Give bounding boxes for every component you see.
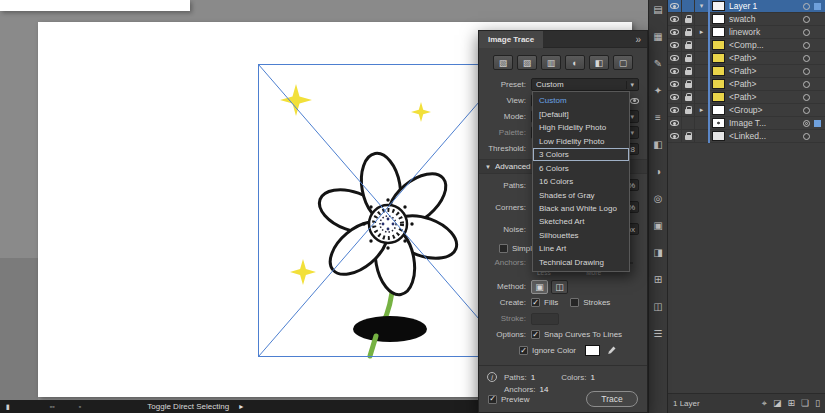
preset-low-color-icon[interactable]: ▥ [541,55,561,70]
preset-menu-item[interactable]: Shades of Gray [533,188,629,201]
transparency-panel-icon[interactable]: ◑ [655,165,661,179]
status-marker-icon[interactable]: ▮ [6,400,10,413]
layer-row[interactable]: Image T... [668,117,825,130]
fills-checkbox[interactable] [531,298,540,307]
expand-toggle[interactable] [695,0,708,12]
layer-thumbnail[interactable] [712,79,725,89]
gradient-panel-icon[interactable]: ◧ [653,138,662,152]
selection-indicator[interactable] [814,29,821,36]
status-doc-icon[interactable]: ▫ [79,400,81,413]
simplify-checkbox[interactable] [499,244,508,253]
brushes-panel-icon[interactable]: ✎ [654,57,662,71]
artboard-secondary[interactable] [0,0,190,11]
status-pages-icon[interactable]: ▫▫ [50,400,55,413]
selection-indicator[interactable] [814,42,821,49]
pathfinder-panel-icon[interactable]: ◫ [653,300,662,314]
preset-menu-item[interactable]: [Default] [533,107,629,120]
layer-row[interactable]: <Path> [668,65,825,78]
new-sublayer-icon[interactable]: ⊞ [787,398,795,409]
lock-toggle[interactable] [682,65,695,77]
layer-name[interactable]: <Comp... [729,40,803,50]
delete-layer-icon[interactable]: ▯ [815,398,820,409]
layer-thumbnail[interactable] [712,27,725,37]
lock-toggle[interactable] [682,0,695,12]
visibility-toggle[interactable] [668,13,682,25]
preset-menu-item[interactable]: Low Fidelity Photo [533,134,629,147]
preset-black-white-icon[interactable]: ◧ [589,55,609,70]
layer-thumbnail[interactable] [712,131,725,141]
appearance-panel-icon[interactable]: ◎ [654,192,663,206]
layer-row[interactable]: swatch [668,13,825,26]
target-circle[interactable] [803,42,810,49]
target-circle[interactable] [803,107,810,114]
visibility-toggle[interactable] [668,52,682,64]
preset-menu-item[interactable]: Sketched Art [533,215,629,228]
target-circle[interactable] [803,29,810,36]
selection-indicator[interactable] [814,94,821,101]
ignore-color-checkbox[interactable] [519,346,528,355]
lock-toggle[interactable] [682,26,695,38]
flower-artwork[interactable] [314,150,463,356]
method-abutting-icon[interactable]: ▣ [531,280,548,294]
selection-indicator[interactable] [814,120,821,127]
visibility-toggle[interactable] [668,0,682,12]
preset-grayscale-icon[interactable]: ◐ [565,55,585,70]
artboards-panel-icon[interactable]: ◨ [653,246,662,260]
preset-menu-item[interactable]: Technical Drawing [533,256,629,269]
visibility-toggle[interactable] [668,104,682,116]
eyedropper-icon[interactable] [606,346,616,356]
target-circle[interactable] [803,3,810,10]
preset-high-color-icon[interactable]: ▨ [517,55,537,70]
layer-name[interactable]: <Group> [729,105,803,115]
preset-menu-item[interactable]: Custom [533,94,629,107]
layer-row[interactable]: <Path> [668,91,825,104]
layer-thumbnail[interactable] [712,14,725,24]
expand-toggle[interactable] [695,26,708,38]
lock-toggle[interactable] [682,117,695,129]
status-arrow-icon[interactable]: ▸ [239,402,243,411]
symbols-panel-icon[interactable]: ✦ [654,84,662,98]
layer-row[interactable]: <Group> [668,104,825,117]
sparkle-star-large[interactable] [280,84,312,116]
layer-row[interactable]: <Linked... [668,130,825,143]
trace-button[interactable]: Trace [586,391,638,407]
expand-toggle[interactable] [695,39,708,51]
visibility-toggle[interactable] [668,91,682,103]
visibility-toggle[interactable] [668,26,682,38]
selection-indicator[interactable] [814,3,821,10]
snap-curves-checkbox[interactable] [531,330,540,339]
selection-indicator[interactable] [814,81,821,88]
lock-toggle[interactable] [682,78,695,90]
lock-toggle[interactable] [682,52,695,64]
target-circle[interactable] [803,94,810,101]
layer-thumbnail[interactable] [712,105,725,115]
expand-toggle[interactable] [695,78,708,90]
panel-menu-icon[interactable]: » [635,34,647,45]
sparkle-star-small[interactable] [411,102,431,122]
layer-name[interactable]: <Path> [729,53,803,63]
preset-menu-item[interactable]: 3 Colors [533,148,629,161]
target-circle[interactable] [803,133,810,140]
view-eye-icon[interactable] [630,98,639,104]
lock-toggle[interactable] [682,91,695,103]
lock-toggle[interactable] [682,130,695,142]
lock-toggle[interactable] [682,39,695,51]
expand-toggle[interactable] [695,117,708,129]
layer-name[interactable]: <Linked... [729,131,803,141]
layer-name[interactable]: <Path> [729,66,803,76]
preset-menu-item[interactable]: High Fidelity Photo [533,121,629,134]
target-circle[interactable] [803,120,810,127]
image-trace-tab[interactable]: Image Trace [479,31,543,48]
target-circle[interactable] [803,81,810,88]
color-panel-icon[interactable]: ▤ [653,3,662,17]
target-circle[interactable] [803,55,810,62]
layer-name[interactable]: Image T... [729,118,803,128]
selection-indicator[interactable] [814,68,821,75]
layer-thumbnail[interactable] [712,66,725,76]
ignore-color-swatch[interactable] [585,345,600,356]
preset-menu-item[interactable]: Silhouettes [533,229,629,242]
expand-toggle[interactable] [695,65,708,77]
layer-thumbnail[interactable] [712,40,725,50]
selection-indicator[interactable] [814,16,821,23]
layer-name[interactable]: <Path> [729,92,803,102]
